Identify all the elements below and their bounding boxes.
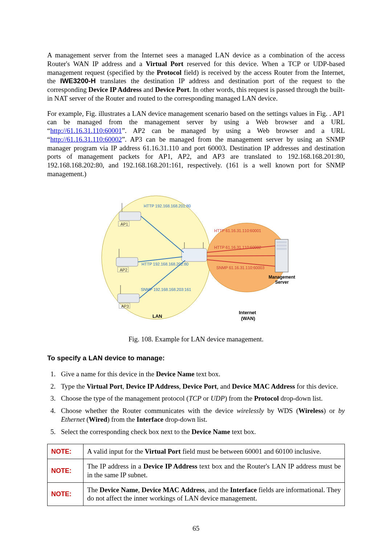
text-bold: Device MAC Address <box>232 382 295 390</box>
text-bold: Virtual Port <box>145 447 181 455</box>
section-heading: To specify a LAN device to manage: <box>47 354 345 362</box>
label-ap1: AP1 <box>121 222 128 226</box>
text-bold: Virtual Port <box>146 60 184 68</box>
table-row: NOTE: A valid input for the Virtual Port… <box>48 444 345 459</box>
text: Select the corresponding check box next … <box>61 428 192 436</box>
text: Choose the type of the management protoc… <box>61 394 189 402</box>
text: , <box>122 382 126 390</box>
svg-rect-13 <box>118 294 139 303</box>
svg-rect-9 <box>119 212 141 220</box>
link-url-2[interactable]: http://61.16.31.110:60002 <box>50 135 122 143</box>
text-bold: Protocol <box>254 394 279 402</box>
text-italic: UDP <box>211 394 225 402</box>
label-mgmt2: Server <box>275 280 289 285</box>
text: , and the <box>205 486 230 494</box>
note-text: The Device Name, Device MAC Address, and… <box>83 482 345 506</box>
svg-point-1 <box>207 223 287 292</box>
text-bold: Protocol <box>157 69 181 76</box>
svg-rect-6 <box>277 241 287 243</box>
text: by WDS ( <box>264 407 298 414</box>
svg-line-19 <box>207 256 275 256</box>
text: field must be between 60001 and 60100 in… <box>181 447 321 455</box>
text-bold: Wireless <box>298 407 323 414</box>
text: , and <box>217 382 232 390</box>
text-bold: Device IP Address <box>89 86 142 93</box>
text: ) from the <box>225 394 254 402</box>
text: Choose whether the Router communicates w… <box>61 407 237 414</box>
text: ) or <box>323 407 338 414</box>
note-text: The IP address in a Device IP Address te… <box>83 459 345 483</box>
text: ( <box>85 416 89 423</box>
text-italic: wirelessly <box>237 407 264 414</box>
paragraph-2: For example, Fig. illustrates a LAN devi… <box>47 109 345 178</box>
text: text box. <box>195 370 220 378</box>
label-ap2-http: HTTP 192.168.168.202:80 <box>142 262 188 266</box>
text: A valid input for the <box>87 447 145 455</box>
text: ) from the <box>107 416 137 423</box>
label-internet: Internet <box>239 310 256 315</box>
text-bold: Device Name <box>99 486 138 494</box>
table-row: NOTE: The Device Name, Device MAC Addres… <box>48 482 345 506</box>
text-bold: Device IP Address <box>143 462 197 470</box>
steps-list: Give a name for this device in the Devic… <box>47 370 345 436</box>
label-wan1: HTTP 61.16.31.110:60001 <box>214 228 261 233</box>
step-2: Type the Virtual Port, Device IP Address… <box>57 382 345 391</box>
text-bold: Device Name <box>156 370 195 378</box>
text: The <box>87 486 99 494</box>
text-bold: Interface <box>230 486 257 494</box>
note-label: NOTE: <box>48 444 83 459</box>
svg-rect-5 <box>275 239 288 272</box>
link-url-1[interactable]: http://61.16.31.110:60001 <box>50 127 122 134</box>
notes-table: NOTE: A valid input for the Virtual Port… <box>47 444 345 506</box>
text-bold: Device Name <box>192 428 230 436</box>
text: drop-down list. <box>279 394 323 402</box>
label-ap1-http: HTTP 192.168.168.201:80 <box>144 204 191 208</box>
text: Type the <box>61 382 86 390</box>
text: for this device. <box>295 382 338 390</box>
label-ap3: AP3 <box>121 304 129 308</box>
note-text: A valid input for the Virtual Port field… <box>83 444 345 459</box>
svg-rect-7 <box>277 244 287 247</box>
label-ap3-snmp: SNMP 192.168.168.203:161 <box>141 287 191 292</box>
table-row: NOTE: The IP address in a Device IP Addr… <box>48 459 345 483</box>
text-bold: Device Port <box>155 86 189 93</box>
label-wan2: HTTP 61.16.31.110:60002 <box>214 245 261 250</box>
step-4: Choose whether the Router communicates w… <box>57 406 345 424</box>
label-lan: LAN <box>152 313 162 319</box>
step-5: Select the corresponding check box next … <box>57 428 345 436</box>
figure-108: HTTP 192.168.168.201:80 AP1 HTTP 192.168… <box>47 185 345 325</box>
text: or <box>201 394 211 402</box>
figure-caption: Fig. 108. Example for LAN device managem… <box>47 335 345 344</box>
step-3: Choose the type of the management protoc… <box>57 394 345 403</box>
text: Give a name for this device in the <box>61 370 156 378</box>
text-bold: Virtual Port <box>86 382 122 390</box>
text: and <box>142 86 155 93</box>
page-number: 65 <box>47 524 345 533</box>
text-bold: Device Port <box>183 382 217 390</box>
svg-rect-8 <box>277 248 287 250</box>
text: , <box>138 486 142 494</box>
text-italic: TCP <box>189 394 201 402</box>
paragraph-1: A management server from the Internet se… <box>47 51 345 103</box>
note-label: NOTE: <box>48 482 83 506</box>
note-label: NOTE: <box>48 459 83 483</box>
text: , <box>179 382 183 390</box>
network-diagram: HTTP 192.168.168.201:80 AP1 HTTP 192.168… <box>94 185 298 323</box>
svg-rect-2 <box>181 248 207 262</box>
text-bold: Interface <box>136 416 163 423</box>
label-mgmt1: Management <box>269 275 295 280</box>
text-bold: Device MAC Address <box>142 486 205 494</box>
text: The IP address in a <box>87 462 143 470</box>
step-1: Give a name for this device in the Devic… <box>57 370 345 378</box>
text-bold: Wired <box>89 416 107 423</box>
label-ap2: AP2 <box>120 268 127 272</box>
label-wan3: SNMP 61.16.31.110:60003 <box>216 266 265 270</box>
label-wan: (WAN) <box>241 316 255 321</box>
text-bold: Device IP Address <box>126 382 179 390</box>
svg-rect-11 <box>116 258 138 266</box>
text: drop-down list. <box>163 416 207 423</box>
text-bold: IWE3200-H <box>60 77 96 85</box>
text: text box. <box>230 428 256 436</box>
